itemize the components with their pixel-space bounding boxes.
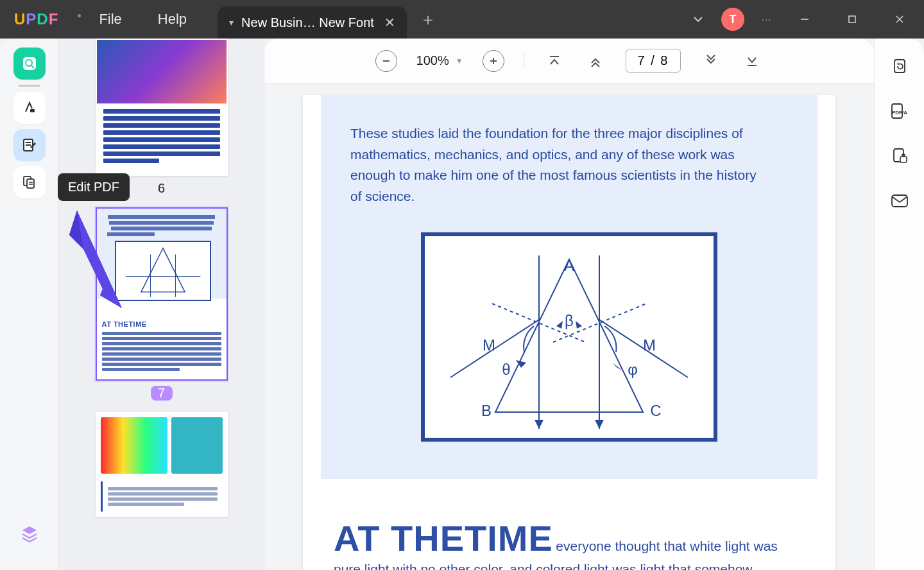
thumbnail-page-6-number: 6 <box>151 181 173 196</box>
chevron-down-icon: ▼ <box>456 56 463 65</box>
protect-button[interactable] <box>886 142 913 169</box>
svg-text:C: C <box>650 402 661 419</box>
svg-rect-1 <box>849 16 855 22</box>
svg-text:M: M <box>643 336 656 354</box>
svg-rect-39 <box>900 157 907 162</box>
reader-tool-button[interactable] <box>13 48 46 80</box>
svg-text:PDF/A: PDF/A <box>892 110 907 116</box>
svg-text:B: B <box>481 402 492 419</box>
menu-help[interactable]: Help <box>140 11 205 28</box>
comment-tool-button[interactable] <box>13 92 46 124</box>
tab-dropdown-icon[interactable]: ▾ <box>229 17 234 28</box>
thumbnail-page-6[interactable] <box>96 39 228 176</box>
last-page-button[interactable] <box>741 50 763 72</box>
svg-text:φ: φ <box>628 361 638 378</box>
first-page-button[interactable] <box>543 50 565 72</box>
page-7: These studies laid the foundation for th… <box>303 95 835 570</box>
zoom-in-button[interactable] <box>483 50 504 72</box>
document-area: 100% ▼ 7 / 8 These s <box>264 39 874 570</box>
page-indicator-input[interactable]: 7 / 8 <box>626 49 681 73</box>
mail-button[interactable] <box>886 187 913 214</box>
organize-tool-button[interactable] <box>13 166 46 198</box>
svg-text:θ: θ <box>502 361 510 378</box>
window-maximize-button[interactable] <box>837 6 868 32</box>
thumbnail-page-7[interactable]: AT THETIME <box>96 207 228 381</box>
tab-label: New Busin… New Font <box>241 15 374 30</box>
rotate-button[interactable] <box>886 53 913 80</box>
edit-pdf-tool-button[interactable] <box>13 129 46 161</box>
user-avatar[interactable]: T <box>721 8 744 31</box>
svg-rect-5 <box>30 109 35 112</box>
prev-page-button[interactable] <box>585 50 606 72</box>
document-tab[interactable]: ▾ New Busin… New Font ✕ <box>218 6 407 39</box>
layers-button[interactable] <box>13 517 46 549</box>
thumbnail-page-8[interactable] <box>96 412 228 517</box>
overflow-dots-icon[interactable]: ⋯ <box>761 13 773 26</box>
svg-text:M: M <box>483 336 495 354</box>
tab-close-icon[interactable]: ✕ <box>382 15 398 30</box>
thumbnail-page-7-number: 7 <box>151 386 173 401</box>
svg-text:β: β <box>565 312 574 329</box>
app-logo: UPDF <box>0 10 73 28</box>
prism-diagram: A β M M θ φ B C <box>421 232 717 442</box>
svg-text:A: A <box>564 257 574 274</box>
toolbar-divider <box>524 53 524 69</box>
section-title: AT THETIME <box>334 518 553 558</box>
window-close-button[interactable] <box>884 6 915 32</box>
next-page-button[interactable] <box>700 50 722 72</box>
zoom-level-dropdown[interactable]: 100% ▼ <box>416 53 463 68</box>
right-tool-rail: PDF/A <box>874 39 924 570</box>
rail-separator <box>19 85 40 87</box>
intro-paragraph: These studies laid the foundation for th… <box>350 123 761 207</box>
pdfa-button[interactable]: PDF/A <box>886 98 913 125</box>
svg-rect-40 <box>892 195 907 207</box>
titlebar-dropdown-icon[interactable] <box>692 13 705 26</box>
left-tool-rail <box>0 39 59 570</box>
view-toolbar: 100% ▼ 7 / 8 <box>264 39 874 83</box>
thumbnail-panel[interactable]: 6 AT THETIME 7 <box>59 39 264 570</box>
titlebar: UPDF File Help ▾ New Busin… New Font ✕ ＋… <box>0 0 924 39</box>
menu-file[interactable]: File <box>81 11 139 28</box>
svg-rect-10 <box>27 179 34 188</box>
zoom-out-button[interactable] <box>375 50 397 72</box>
document-scroll[interactable]: These studies laid the foundation for th… <box>264 83 874 570</box>
window-minimize-button[interactable] <box>789 6 820 32</box>
new-tab-button[interactable]: ＋ <box>407 8 449 31</box>
